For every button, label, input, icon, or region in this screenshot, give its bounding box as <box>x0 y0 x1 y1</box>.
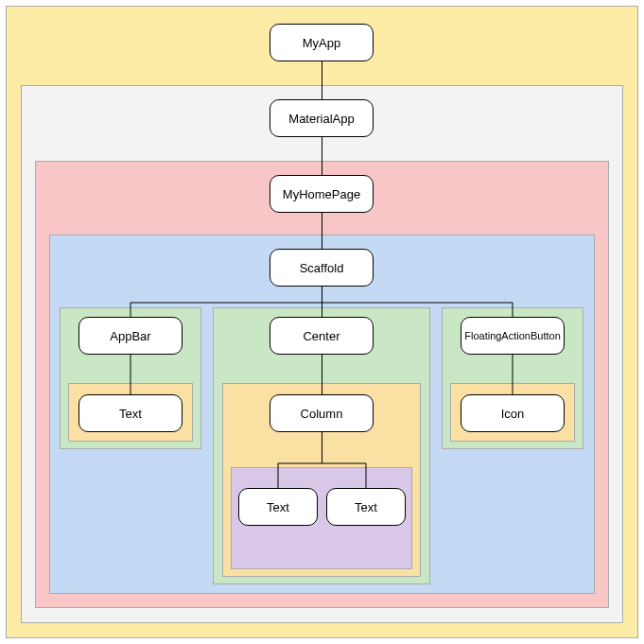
node-column: Column <box>270 394 374 432</box>
node-label: Text <box>355 500 377 514</box>
node-label: MyApp <box>303 36 340 50</box>
node-label: FloatingActionButton <box>464 330 561 341</box>
node-scaffold: Scaffold <box>270 249 374 287</box>
node-label: MaterialApp <box>288 112 354 126</box>
node-label: Text <box>119 407 142 421</box>
node-label: Text <box>267 500 289 514</box>
node-icon: Icon <box>461 394 565 432</box>
node-materialapp: MaterialApp <box>270 99 374 137</box>
node-label: MyHomePage <box>283 187 360 201</box>
node-label: Scaffold <box>300 261 344 275</box>
node-label: Column <box>301 407 343 421</box>
node-center: Center <box>270 317 374 355</box>
node-myhomepage: MyHomePage <box>270 175 374 213</box>
node-myapp: MyApp <box>270 24 374 61</box>
node-label: AppBar <box>110 329 150 343</box>
node-text-column-b: Text <box>326 488 406 526</box>
node-label: Icon <box>501 407 525 421</box>
node-text-column-a: Text <box>238 488 318 526</box>
node-appbar: AppBar <box>78 317 183 355</box>
node-label: Center <box>303 329 339 343</box>
node-text-appbar: Text <box>78 394 183 432</box>
node-floatingactionbutton: FloatingActionButton <box>461 317 565 355</box>
